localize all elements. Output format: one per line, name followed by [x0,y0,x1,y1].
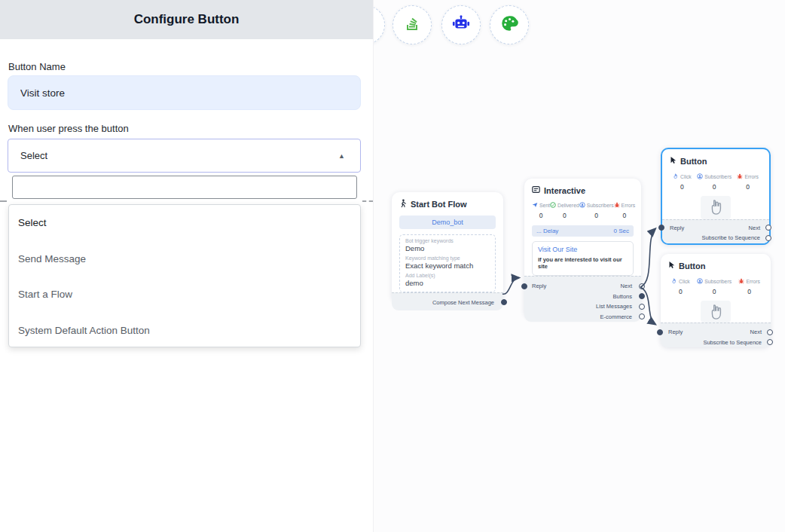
walking-person-icon [399,199,407,209]
dashed-guide-right [362,200,373,202]
field-value: demo [405,279,490,287]
node-title-label: Interactive [544,186,585,195]
stat-sent: Sent 0 [532,202,550,219]
stat-click: Click 0 [671,278,690,295]
field-value: Demo [405,244,490,252]
stat-click: Click 0 [673,173,692,191]
reply-label: Reply [670,225,684,231]
reply-input-port[interactable] [657,329,663,335]
field-label: Bot trigger keywords [405,238,490,243]
node-button-bottom[interactable]: Button Click 0 [661,254,771,347]
output-label: Subscribe to Sequence [703,339,762,346]
edge-buttons-to-button-top [640,229,655,288]
option-send-message[interactable]: Send Message [9,241,360,277]
bot-name-chip[interactable]: Demo_bot [399,216,496,229]
option-search-input[interactable] [12,176,357,199]
toolbar-button-theme[interactable] [490,5,529,44]
hand-pointer-icon [701,196,731,219]
reply-input-port[interactable] [658,225,664,231]
ecommerce-output-port[interactable] [639,313,645,320]
cursor-arrow-icon [668,261,675,271]
subscribe-sequence-output-port[interactable] [767,339,773,345]
button-name-label: Button Name [8,61,66,72]
list-messages-output-port[interactable] [639,304,645,310]
buttons-output-port[interactable] [639,293,645,299]
stat-errors: Errors 0 [737,173,759,191]
robot-icon [451,14,471,36]
message-body: if you are interested to visit our site [538,256,628,270]
subscribe-sequence-output-port[interactable] [765,235,771,241]
app-root: Start Bot Flow Demo_bot Bot trigger keyw… [0,0,785,532]
stat-errors: Errors 0 [614,202,636,219]
press-action-label: When user press the button [8,123,129,134]
field-label: Add Label(s) [405,273,490,278]
node-title-label: Button [679,261,705,271]
next-output-port[interactable] [639,283,645,289]
message-title: Visit Our Site [538,246,628,253]
reply-input-port[interactable] [521,283,527,289]
hand-pointer-icon [701,301,731,323]
output-label: Next [749,225,760,231]
output-label: Next [750,329,762,335]
stat-subscribers: Subscribers 0 [697,278,732,295]
toolbar-circle-partial[interactable] [373,5,385,44]
reply-label: Reply [668,329,683,335]
delay-row[interactable]: ... Delay 0 Sec [532,225,634,237]
reply-label: Reply [532,283,546,289]
interactive-message-icon [532,185,540,195]
panel-header: Configure Button [0,0,373,39]
output-label: Buttons [613,293,632,300]
node-button-top[interactable]: Button Click 0 [661,148,771,245]
cursor-arrow-icon [670,156,677,166]
bug-icon [737,173,743,180]
action-option-list: Select Send Message Start a Flow System … [8,204,361,347]
flow-canvas[interactable]: Start Bot Flow Demo_bot Bot trigger keyw… [373,0,785,532]
output-label: Subscribe to Sequence [701,234,760,241]
field-value: Exact keyword match [405,261,490,270]
option-start-a-flow[interactable]: Start a Flow [9,277,360,313]
palette-icon [499,14,519,36]
subscriber-icon [579,202,585,209]
dashed-guide-left [0,200,7,202]
option-system-default-action-button[interactable]: System Default Action Button [9,313,360,349]
stat-errors: Errors 0 [738,278,760,295]
next-output-port[interactable] [765,225,771,231]
bug-icon [738,278,744,285]
bot-fields: Bot trigger keywords Demo Keyword matchi… [399,234,496,292]
node-title-label: Start Bot Flow [411,200,467,209]
node-start-bot-flow[interactable]: Start Bot Flow Demo_bot Bot trigger keyw… [392,192,503,302]
field-label: Keyword matching type [405,255,490,261]
compose-next-message-label: Compose Next Message [432,299,494,306]
delay-label: ... Delay [536,228,558,234]
button-name-input[interactable] [8,75,361,110]
output-label: Next [621,283,632,289]
configure-button-panel: Configure Button Button Name When user p… [0,0,373,532]
stat-subscribers: Subscribers 0 [697,173,732,191]
stat-subscribers: Subscribers 0 [579,202,614,219]
option-select[interactable]: Select [9,205,360,241]
output-label: E-commerce [600,313,632,320]
paper-plane-icon [532,202,538,209]
check-circle-icon [550,202,556,209]
stack-icon [403,14,421,35]
action-select-value: Select [20,150,47,161]
subscriber-icon [697,173,703,180]
toolbar-button-bot[interactable] [441,5,481,44]
message-preview[interactable]: Visit Our Site if you are interested to … [532,241,634,276]
action-select[interactable]: Select ▲ [8,139,361,173]
node-title-label: Button [680,157,707,166]
bug-icon [614,202,620,209]
edge-compose-to-interactive [502,278,519,295]
delay-value: 0 Sec [614,228,629,234]
next-output-port[interactable] [767,329,773,335]
node-interactive[interactable]: Interactive Sent 0 [524,179,641,318]
click-hand-icon [671,278,677,285]
chevron-up-icon: ▲ [338,152,345,160]
subscriber-icon [697,278,703,285]
page-title: Configure Button [134,12,240,27]
compose-output-port[interactable] [501,299,507,305]
toolbar-button-flows[interactable] [392,5,432,44]
stat-delivered: Delivered 0 [550,202,579,219]
click-hand-icon [673,173,679,180]
output-label: List Messages [596,303,632,310]
